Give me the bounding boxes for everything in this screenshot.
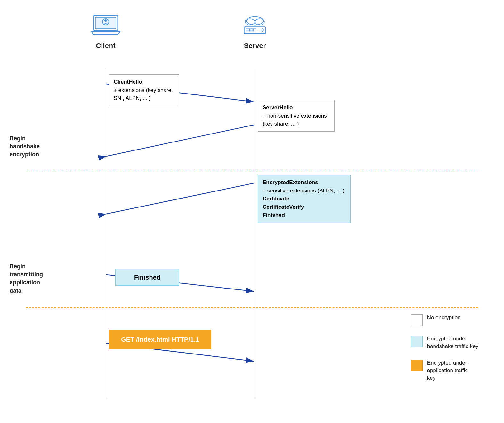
diagram-container: Client Server ClientHello + extens bbox=[0, 0, 504, 423]
finished-client-box: Finished bbox=[115, 269, 179, 286]
get-request-label: GET /index.html HTTP/1.1 bbox=[121, 336, 199, 343]
legend-box-orange bbox=[411, 360, 423, 371]
svg-rect-14 bbox=[244, 27, 266, 34]
client-label: Client bbox=[96, 42, 115, 50]
svg-point-15 bbox=[261, 29, 264, 31]
legend: No encryption Encrypted underhandshake t… bbox=[411, 314, 478, 382]
encrypted-ext-line3: Certificate bbox=[263, 196, 289, 202]
server-vertical-line bbox=[255, 67, 255, 397]
client-hello-body: + extensions (key share, SNI, ALPN, ... … bbox=[114, 87, 173, 102]
legend-text-none: No encryption bbox=[427, 314, 461, 321]
legend-box-cyan bbox=[411, 336, 423, 347]
encrypted-ext-line2: + sensitive extensions (ALPN, ... ) bbox=[263, 188, 345, 194]
begin-transmitting-label: Begintransmittingapplicationdata bbox=[10, 263, 74, 295]
get-request-box: GET /index.html HTTP/1.1 bbox=[109, 330, 211, 349]
server-icon bbox=[239, 13, 271, 38]
svg-rect-8 bbox=[95, 17, 116, 29]
client-icon bbox=[90, 13, 122, 38]
client-hello-box: ClientHello + extensions (key share, SNI… bbox=[109, 74, 179, 106]
server-hello-box: ServerHello + non-sensitive extensions (… bbox=[258, 100, 335, 132]
server-hello-body: + non-sensitive extensions (key share, .… bbox=[263, 113, 327, 127]
client-vertical-line bbox=[106, 67, 106, 397]
client-actor: Client bbox=[83, 13, 128, 50]
legend-item-cyan: Encrypted underhandshake traffic key bbox=[411, 335, 478, 350]
server-actor: Server bbox=[232, 13, 277, 50]
legend-text-cyan: Encrypted underhandshake traffic key bbox=[427, 335, 478, 350]
legend-item-none: No encryption bbox=[411, 314, 478, 326]
begin-handshake-label: Beginhandshakeencryption bbox=[10, 134, 74, 159]
orange-dashed-line bbox=[26, 307, 478, 308]
legend-text-orange: Encrypted underapplication traffickey bbox=[427, 359, 468, 382]
client-hello-title: ClientHello bbox=[114, 79, 142, 85]
svg-line-4 bbox=[106, 183, 254, 214]
encrypted-ext-line5: Finished bbox=[263, 212, 285, 218]
server-hello-title: ServerHello bbox=[263, 104, 293, 110]
legend-box-none bbox=[411, 314, 423, 326]
finished-client-label: Finished bbox=[134, 274, 160, 281]
encrypted-ext-line1: EncryptedExtensions bbox=[263, 179, 318, 185]
server-label: Server bbox=[244, 42, 266, 50]
encrypted-ext-line4: CertificateVerify bbox=[263, 204, 304, 210]
legend-item-orange: Encrypted underapplication traffickey bbox=[411, 359, 478, 382]
cyan-dashed-line bbox=[26, 170, 478, 170]
svg-rect-16 bbox=[246, 28, 256, 29]
svg-line-3 bbox=[106, 125, 254, 156]
svg-point-10 bbox=[104, 19, 107, 22]
encrypted-extensions-box: EncryptedExtensions + sensitive extensio… bbox=[258, 175, 351, 223]
